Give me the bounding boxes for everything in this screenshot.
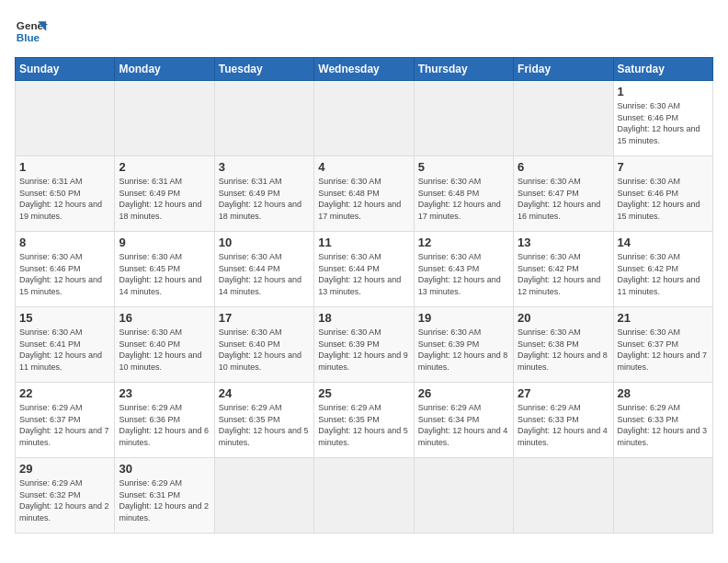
day-info: Sunrise: 6:29 AMSunset: 6:33 PMDaylight:… bbox=[518, 402, 609, 448]
calendar-cell bbox=[115, 81, 214, 156]
day-number: 22 bbox=[19, 386, 110, 400]
calendar-cell bbox=[314, 458, 414, 534]
day-info: Sunrise: 6:29 AMSunset: 6:32 PMDaylight:… bbox=[19, 477, 110, 523]
day-number: 18 bbox=[318, 311, 409, 325]
day-info: Sunrise: 6:30 AMSunset: 6:37 PMDaylight:… bbox=[618, 327, 709, 373]
week-row-3: 8Sunrise: 6:30 AMSunset: 6:46 PMDaylight… bbox=[16, 232, 713, 307]
day-info: Sunrise: 6:30 AMSunset: 6:40 PMDaylight:… bbox=[119, 327, 210, 373]
day-info: Sunrise: 6:30 AMSunset: 6:47 PMDaylight:… bbox=[518, 176, 609, 222]
day-number: 24 bbox=[219, 386, 310, 400]
day-number: 20 bbox=[518, 311, 609, 325]
calendar-cell: 21Sunrise: 6:30 AMSunset: 6:37 PMDayligh… bbox=[613, 307, 712, 383]
calendar-cell: 26Sunrise: 6:29 AMSunset: 6:34 PMDayligh… bbox=[414, 383, 513, 458]
calendar-cell: 12Sunrise: 6:30 AMSunset: 6:43 PMDayligh… bbox=[414, 232, 513, 307]
day-number: 11 bbox=[318, 236, 409, 249]
day-number: 16 bbox=[119, 311, 210, 325]
day-number: 30 bbox=[119, 462, 210, 476]
day-info: Sunrise: 6:29 AMSunset: 6:35 PMDaylight:… bbox=[219, 402, 310, 448]
day-number: 21 bbox=[618, 311, 709, 325]
day-info: Sunrise: 6:30 AMSunset: 6:46 PMDaylight:… bbox=[618, 100, 709, 146]
calendar-cell: 16Sunrise: 6:30 AMSunset: 6:40 PMDayligh… bbox=[115, 307, 214, 383]
day-info: Sunrise: 6:31 AMSunset: 6:50 PMDaylight:… bbox=[19, 176, 110, 222]
week-row-4: 15Sunrise: 6:30 AMSunset: 6:41 PMDayligh… bbox=[16, 307, 713, 383]
week-row-6: 29Sunrise: 6:29 AMSunset: 6:32 PMDayligh… bbox=[16, 458, 713, 534]
calendar-cell: 27Sunrise: 6:29 AMSunset: 6:33 PMDayligh… bbox=[514, 383, 613, 458]
day-number: 19 bbox=[418, 311, 509, 325]
day-number: 13 bbox=[518, 236, 609, 249]
calendar-cell: 7Sunrise: 6:30 AMSunset: 6:46 PMDaylight… bbox=[613, 156, 712, 232]
day-info: Sunrise: 6:30 AMSunset: 6:40 PMDaylight:… bbox=[219, 327, 310, 373]
day-info: Sunrise: 6:30 AMSunset: 6:46 PMDaylight:… bbox=[19, 251, 110, 297]
calendar-cell: 11Sunrise: 6:30 AMSunset: 6:44 PMDayligh… bbox=[314, 232, 414, 307]
calendar-cell: 24Sunrise: 6:29 AMSunset: 6:35 PMDayligh… bbox=[214, 383, 313, 458]
calendar-cell: 4Sunrise: 6:30 AMSunset: 6:48 PMDaylight… bbox=[314, 156, 414, 232]
day-info: Sunrise: 6:30 AMSunset: 6:39 PMDaylight:… bbox=[318, 327, 409, 373]
calendar-cell bbox=[214, 81, 313, 156]
week-row-2: 1Sunrise: 6:31 AMSunset: 6:50 PMDaylight… bbox=[16, 156, 713, 232]
calendar-cell: 18Sunrise: 6:30 AMSunset: 6:39 PMDayligh… bbox=[314, 307, 414, 383]
day-info: Sunrise: 6:30 AMSunset: 6:48 PMDaylight:… bbox=[318, 176, 409, 222]
calendar-cell bbox=[16, 81, 115, 156]
calendar-cell: 23Sunrise: 6:29 AMSunset: 6:36 PMDayligh… bbox=[115, 383, 214, 458]
calendar-cell: 28Sunrise: 6:29 AMSunset: 6:33 PMDayligh… bbox=[613, 383, 712, 458]
week-row-1: 1Sunrise: 6:30 AMSunset: 6:46 PMDaylight… bbox=[16, 81, 713, 156]
calendar-cell bbox=[613, 458, 712, 534]
calendar-cell: 17Sunrise: 6:30 AMSunset: 6:40 PMDayligh… bbox=[214, 307, 313, 383]
header-day-thursday: Thursday bbox=[414, 58, 513, 81]
day-info: Sunrise: 6:30 AMSunset: 6:43 PMDaylight:… bbox=[418, 251, 509, 297]
calendar-cell bbox=[214, 458, 313, 534]
day-number: 17 bbox=[219, 311, 310, 325]
calendar-cell: 13Sunrise: 6:30 AMSunset: 6:42 PMDayligh… bbox=[514, 232, 613, 307]
header-day-wednesday: Wednesday bbox=[314, 58, 414, 81]
day-number: 4 bbox=[318, 160, 409, 174]
day-info: Sunrise: 6:30 AMSunset: 6:45 PMDaylight:… bbox=[119, 251, 210, 297]
day-number: 8 bbox=[19, 236, 110, 249]
calendar-cell: 14Sunrise: 6:30 AMSunset: 6:42 PMDayligh… bbox=[613, 232, 712, 307]
day-number: 23 bbox=[119, 386, 210, 400]
calendar-cell: 1Sunrise: 6:30 AMSunset: 6:46 PMDaylight… bbox=[613, 81, 712, 156]
calendar-cell: 25Sunrise: 6:29 AMSunset: 6:35 PMDayligh… bbox=[314, 383, 414, 458]
header-day-tuesday: Tuesday bbox=[214, 58, 313, 81]
header-row: SundayMondayTuesdayWednesdayThursdayFrid… bbox=[16, 58, 713, 81]
day-info: Sunrise: 6:30 AMSunset: 6:41 PMDaylight:… bbox=[19, 327, 110, 373]
day-info: Sunrise: 6:29 AMSunset: 6:31 PMDaylight:… bbox=[119, 477, 210, 523]
svg-text:Blue: Blue bbox=[17, 31, 40, 43]
day-number: 14 bbox=[618, 236, 709, 249]
day-info: Sunrise: 6:30 AMSunset: 6:38 PMDaylight:… bbox=[518, 327, 609, 373]
calendar-cell: 9Sunrise: 6:30 AMSunset: 6:45 PMDaylight… bbox=[115, 232, 214, 307]
calendar-cell: 10Sunrise: 6:30 AMSunset: 6:44 PMDayligh… bbox=[214, 232, 313, 307]
calendar-cell: 5Sunrise: 6:30 AMSunset: 6:48 PMDaylight… bbox=[414, 156, 513, 232]
calendar-cell: 19Sunrise: 6:30 AMSunset: 6:39 PMDayligh… bbox=[414, 307, 513, 383]
day-number: 2 bbox=[119, 160, 210, 174]
day-number: 3 bbox=[219, 160, 310, 174]
day-info: Sunrise: 6:29 AMSunset: 6:37 PMDaylight:… bbox=[19, 402, 110, 448]
day-number: 5 bbox=[418, 160, 509, 174]
calendar-cell: 2Sunrise: 6:31 AMSunset: 6:49 PMDaylight… bbox=[115, 156, 214, 232]
header-day-monday: Monday bbox=[115, 58, 214, 81]
calendar-table: SundayMondayTuesdayWednesdayThursdayFrid… bbox=[15, 57, 713, 534]
header-day-friday: Friday bbox=[514, 58, 613, 81]
calendar-cell: 29Sunrise: 6:29 AMSunset: 6:32 PMDayligh… bbox=[16, 458, 115, 534]
header-day-sunday: Sunday bbox=[16, 58, 115, 81]
calendar-cell bbox=[314, 81, 414, 156]
calendar-cell bbox=[414, 81, 513, 156]
day-info: Sunrise: 6:31 AMSunset: 6:49 PMDaylight:… bbox=[219, 176, 310, 222]
day-info: Sunrise: 6:29 AMSunset: 6:33 PMDaylight:… bbox=[618, 402, 709, 448]
day-info: Sunrise: 6:30 AMSunset: 6:39 PMDaylight:… bbox=[418, 327, 509, 373]
calendar-cell bbox=[514, 458, 613, 534]
day-number: 1 bbox=[19, 160, 110, 174]
day-number: 7 bbox=[618, 160, 709, 174]
day-number: 26 bbox=[418, 386, 509, 400]
day-info: Sunrise: 6:29 AMSunset: 6:36 PMDaylight:… bbox=[119, 402, 210, 448]
day-number: 28 bbox=[618, 386, 709, 400]
day-info: Sunrise: 6:31 AMSunset: 6:49 PMDaylight:… bbox=[119, 176, 210, 222]
day-number: 27 bbox=[518, 386, 609, 400]
calendar-cell: 3Sunrise: 6:31 AMSunset: 6:49 PMDaylight… bbox=[214, 156, 313, 232]
calendar-cell: 1Sunrise: 6:31 AMSunset: 6:50 PMDaylight… bbox=[16, 156, 115, 232]
calendar-cell: 6Sunrise: 6:30 AMSunset: 6:47 PMDaylight… bbox=[514, 156, 613, 232]
calendar-cell: 20Sunrise: 6:30 AMSunset: 6:38 PMDayligh… bbox=[514, 307, 613, 383]
calendar-cell: 30Sunrise: 6:29 AMSunset: 6:31 PMDayligh… bbox=[115, 458, 214, 534]
calendar-cell: 22Sunrise: 6:29 AMSunset: 6:37 PMDayligh… bbox=[16, 383, 115, 458]
day-number: 12 bbox=[418, 236, 509, 249]
day-info: Sunrise: 6:30 AMSunset: 6:44 PMDaylight:… bbox=[318, 251, 409, 297]
